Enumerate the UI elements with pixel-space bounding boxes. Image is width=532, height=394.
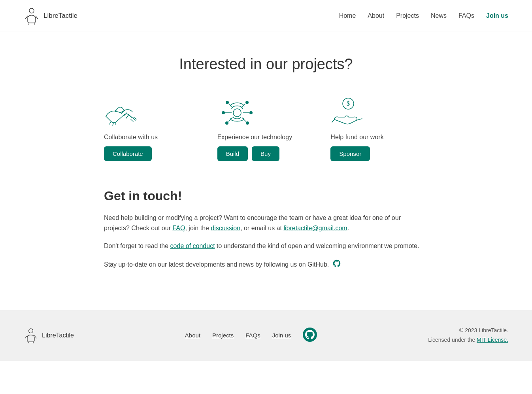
nav-news[interactable]: News <box>431 12 447 19</box>
para1-mid: , join the <box>185 225 211 231</box>
footer-logo: LibreTactile <box>24 328 74 343</box>
nav-links: Home About Projects News FAQs Join us <box>339 12 508 19</box>
copyright-text: © 2023 LibreTactile. <box>428 326 508 335</box>
footer-faqs[interactable]: FAQs <box>245 332 260 339</box>
collaborate-icon <box>104 97 140 128</box>
card-fund: $ Help fund our work Sponsor <box>330 97 428 161</box>
svg-point-14 <box>246 121 249 125</box>
build-button[interactable]: Build <box>217 146 248 161</box>
main-content: Interested in our projects? <box>88 32 444 310</box>
svg-point-2 <box>233 109 241 117</box>
get-in-touch-heading: Get in touch! <box>104 189 428 203</box>
navbar: LibreTactile Home About Projects News FA… <box>0 0 532 32</box>
fund-buttons: Sponsor <box>330 146 370 161</box>
license-start: Licensed under the <box>428 337 477 343</box>
faq-link[interactable]: FAQ <box>172 225 185 231</box>
github-inline-link[interactable] <box>332 259 341 271</box>
buy-button[interactable]: Buy <box>252 146 279 161</box>
svg-point-10 <box>249 111 253 114</box>
footer-github-icon <box>303 328 317 342</box>
experience-buttons: Build Buy <box>217 146 279 161</box>
get-in-touch-para2: Don't forget to read the code of conduct… <box>104 241 428 251</box>
get-in-touch-para3: Stay up-to-date on our latest developmen… <box>104 259 428 271</box>
svg-point-11 <box>226 101 229 104</box>
svg-line-8 <box>242 117 246 121</box>
footer: LibreTactile About Projects FAQs Join us… <box>0 310 532 361</box>
nav-join-us[interactable]: Join us <box>486 12 508 19</box>
experience-icon <box>217 97 257 128</box>
get-in-touch-section: Get in touch! Need help building or modi… <box>104 189 428 271</box>
nav-about[interactable]: About <box>368 12 384 19</box>
card-experience: Experience our technology Build Buy <box>217 97 315 161</box>
logo[interactable]: LibreTactile <box>24 7 77 25</box>
svg-point-12 <box>245 101 249 104</box>
svg-point-13 <box>225 121 228 125</box>
logo-icon <box>24 7 40 25</box>
license-text: Licensed under the MIT License. <box>428 335 508 345</box>
footer-join-us[interactable]: Join us <box>272 332 291 339</box>
footer-logo-text: LibreTactile <box>42 332 74 339</box>
mit-license-link[interactable]: MIT License. <box>477 337 508 343</box>
footer-github-link[interactable] <box>303 336 317 343</box>
para2-start: Don't forget to read the <box>104 242 170 249</box>
footer-about[interactable]: About <box>185 332 200 339</box>
discussion-link[interactable]: discussion <box>211 225 240 231</box>
fund-icon: $ <box>330 97 366 128</box>
nav-home[interactable]: Home <box>339 12 356 19</box>
collaborate-button[interactable]: Collaborate <box>104 146 152 161</box>
collaborate-label: Collaborate with us <box>104 134 158 141</box>
sponsor-button[interactable]: Sponsor <box>330 146 370 161</box>
get-in-touch-para1: Need help building or modifying a projec… <box>104 213 428 233</box>
github-inline-icon <box>332 259 341 268</box>
svg-point-18 <box>303 328 317 342</box>
coc-link[interactable]: code of conduct <box>170 242 215 249</box>
nav-projects[interactable]: Projects <box>396 12 419 19</box>
card-collaborate: Collaborate with us Collaborate <box>104 97 202 161</box>
para2-end: to understand the kind of open and welco… <box>215 242 419 249</box>
svg-point-17 <box>29 329 33 333</box>
para3-text: Stay up-to-date on our latest developmen… <box>104 261 329 268</box>
footer-logo-icon <box>24 328 38 343</box>
page-title: Interested in our projects? <box>104 56 428 73</box>
cards-row: Collaborate with us Collaborate <box>104 97 428 161</box>
svg-text:$: $ <box>347 100 350 107</box>
svg-point-9 <box>222 111 225 114</box>
footer-links: About Projects FAQs Join us <box>185 328 317 343</box>
nav-faqs[interactable]: FAQs <box>458 12 474 19</box>
logo-text: LibreTactile <box>43 12 77 20</box>
fund-label: Help fund our work <box>330 134 383 141</box>
experience-label: Experience our technology <box>217 134 292 141</box>
para1-end-start: , or email us at <box>240 225 283 231</box>
footer-right: © 2023 LibreTactile. Licensed under the … <box>428 326 508 345</box>
svg-line-7 <box>228 117 232 121</box>
svg-point-0 <box>29 8 34 13</box>
footer-projects[interactable]: Projects <box>212 332 234 339</box>
svg-point-1 <box>115 110 117 112</box>
para1-end: . <box>347 225 349 231</box>
email-link[interactable]: libretactile@gmail.com <box>283 225 347 231</box>
collaborate-buttons: Collaborate <box>104 146 152 161</box>
